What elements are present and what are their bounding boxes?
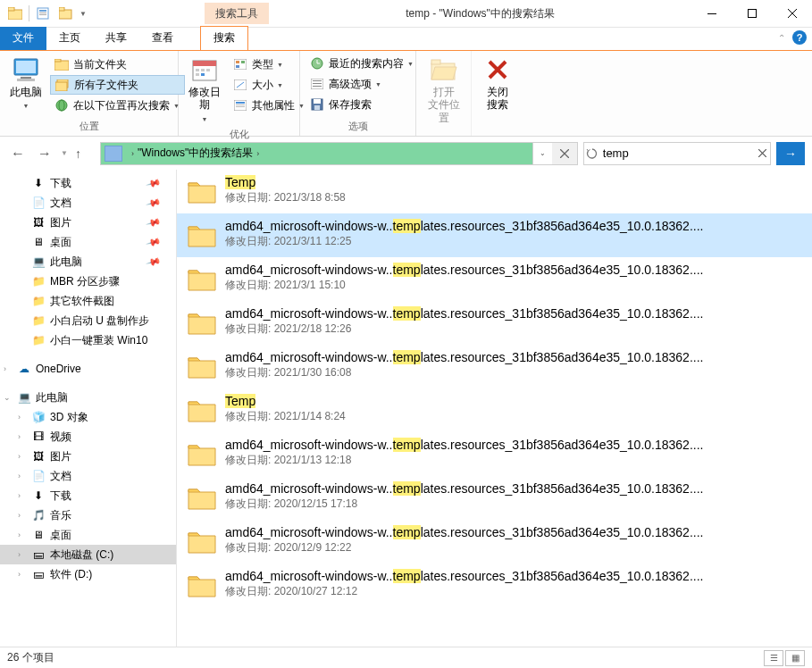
tree-documents[interactable]: 📄文档📌: [0, 193, 176, 213]
qat-customize-dropdown[interactable]: ▼: [78, 10, 88, 18]
chevron-right-icon[interactable]: ›: [18, 530, 21, 539]
view-details-button[interactable]: ☰: [764, 650, 783, 666]
svg-rect-3: [39, 10, 46, 12]
address-bar[interactable]: › "Windows"中的搜索结果 › ⌄: [100, 142, 578, 165]
close-search-button[interactable]: 关闭搜索: [475, 53, 520, 113]
tree-local-disk-c[interactable]: ›🖴本地磁盘 (C:): [0, 545, 176, 564]
tree-xiaobai-u[interactable]: 📁小白启动 U 盘制作步: [0, 311, 176, 330]
tab-view[interactable]: 查看: [139, 27, 186, 50]
search-input[interactable]: [601, 146, 755, 160]
tree-mbr[interactable]: 📁MBR 分区步骤: [0, 271, 176, 291]
search-go-button[interactable]: →: [776, 142, 805, 165]
tree-downloads2[interactable]: ›⬇下载: [0, 486, 176, 505]
result-item[interactable]: amd64_microsoft-windows-w..templates.res…: [177, 520, 812, 564]
save-search-button[interactable]: 保存搜索: [306, 95, 419, 114]
result-item[interactable]: amd64_microsoft-windows-w..templates.res…: [177, 301, 812, 345]
minimize-button[interactable]: [691, 1, 732, 27]
chevron-right-icon[interactable]: ›: [18, 491, 21, 500]
tab-file[interactable]: 文件: [0, 27, 46, 50]
chevron-right-icon[interactable]: ›: [18, 550, 21, 559]
address-dropdown-icon[interactable]: ⌄: [532, 143, 552, 164]
svg-rect-39: [313, 83, 322, 84]
qat-new-folder-icon[interactable]: [56, 4, 76, 23]
chevron-right-icon[interactable]: ›: [4, 364, 6, 373]
address-clear-button[interactable]: [552, 143, 577, 164]
help-icon[interactable]: ?: [792, 30, 807, 45]
this-pc-button[interactable]: 此电脑▼: [4, 53, 48, 113]
result-item[interactable]: amd64_microsoft-windows-w..templates.res…: [177, 432, 812, 476]
chevron-right-icon[interactable]: ›: [256, 149, 259, 158]
svg-rect-42: [314, 99, 321, 104]
svg-rect-21: [193, 61, 216, 66]
chevron-right-icon[interactable]: ›: [131, 149, 134, 158]
tree-desktop2[interactable]: ›🖥桌面: [0, 525, 176, 545]
tab-home[interactable]: 主页: [46, 27, 93, 50]
navigation-tree[interactable]: ⬇下载📌 📄文档📌 🖼图片📌 🖥桌面📌 💻此电脑📌 📁MBR 分区步骤 📁其它软…: [0, 170, 177, 647]
ribbon-body: 此电脑▼ 当前文件夹 所有子文件夹 在以下位置再次搜索 ▼ 位置: [0, 50, 812, 137]
back-button[interactable]: ←: [7, 143, 29, 164]
tree-this-pc2[interactable]: ⌄💻此电脑: [0, 388, 176, 407]
breadcrumb[interactable]: "Windows"中的搜索结果: [138, 146, 253, 161]
tree-music[interactable]: ›🎵音乐: [0, 505, 176, 525]
chevron-right-icon[interactable]: ›: [18, 413, 21, 422]
tree-documents2[interactable]: ›📄文档: [0, 466, 176, 486]
result-item[interactable]: amd64_microsoft-windows-w..templates.res…: [177, 257, 812, 301]
chevron-down-icon[interactable]: ⌄: [4, 393, 11, 402]
all-subfolders-button[interactable]: 所有子文件夹: [50, 75, 185, 95]
search-clear-icon[interactable]: [755, 149, 770, 157]
forward-button[interactable]: →: [34, 143, 55, 164]
result-meta: 修改日期: 2021/1/14 8:24: [225, 409, 801, 424]
tree-3d-objects[interactable]: ›🧊3D 对象: [0, 407, 176, 427]
recent-searches-button[interactable]: 最近的搜索内容▼: [306, 54, 419, 73]
size-button[interactable]: 大小▼: [229, 75, 310, 95]
pin-icon: 📌: [146, 214, 163, 230]
group-refine-label: 优化: [182, 126, 296, 144]
kind-button[interactable]: 类型▼: [229, 54, 310, 74]
search-box[interactable]: [583, 142, 771, 165]
tree-onedrive[interactable]: ›☁OneDrive: [0, 359, 176, 379]
results-list[interactable]: Temp修改日期: 2021/3/18 8:58amd64_microsoft-…: [177, 170, 812, 647]
search-refresh-icon[interactable]: [584, 147, 601, 160]
tree-pictures2[interactable]: ›🖼图片: [0, 447, 176, 466]
up-button[interactable]: ↑: [75, 146, 95, 161]
result-item[interactable]: amd64_microsoft-windows-w..templates.res…: [177, 213, 812, 257]
result-item[interactable]: amd64_microsoft-windows-w..templates.res…: [177, 564, 812, 607]
chevron-right-icon[interactable]: ›: [18, 452, 21, 461]
tree-this-pc[interactable]: 💻此电脑📌: [0, 252, 176, 271]
result-item[interactable]: Temp修改日期: 2021/1/14 8:24: [177, 388, 812, 432]
close-button[interactable]: [772, 1, 812, 27]
context-tools-label: 搜索工具: [205, 3, 269, 24]
app-icon[interactable]: [5, 4, 25, 23]
tree-downloads[interactable]: ⬇下载📌: [0, 173, 176, 193]
other-properties-button[interactable]: 其他属性▼: [229, 96, 310, 115]
tree-screenshots[interactable]: 📁其它软件截图: [0, 291, 176, 311]
chevron-right-icon[interactable]: ›: [18, 511, 21, 520]
list-icon: [309, 77, 325, 91]
maximize-button[interactable]: [732, 1, 772, 27]
date-modified-button[interactable]: 修改日期▼: [182, 53, 227, 126]
chevron-right-icon[interactable]: ›: [18, 472, 21, 480]
chevron-right-icon[interactable]: ›: [18, 432, 21, 441]
result-item[interactable]: amd64_microsoft-windows-w..templates.res…: [177, 476, 812, 520]
cloud-icon: ☁: [16, 362, 32, 376]
tree-xiaobai-reinstall[interactable]: 📁小白一键重装 Win10: [0, 330, 176, 350]
tree-videos[interactable]: ›🎞视频: [0, 427, 176, 447]
current-folder-button[interactable]: 当前文件夹: [50, 54, 185, 74]
view-icons-button[interactable]: ▦: [785, 650, 805, 666]
tree-pictures[interactable]: 🖼图片📌: [0, 213, 176, 232]
chevron-right-icon[interactable]: ›: [18, 570, 21, 579]
collapse-ribbon-icon[interactable]: ⌃: [778, 33, 785, 43]
tree-software-d[interactable]: ›🖴软件 (D:): [0, 564, 176, 584]
folder-icon: 📁: [30, 274, 46, 288]
qat-properties-icon[interactable]: [33, 4, 53, 23]
tree-desktop[interactable]: 🖥桌面📌: [0, 232, 176, 252]
history-dropdown[interactable]: ▼: [61, 149, 70, 157]
result-item[interactable]: amd64_microsoft-windows-w..templates.res…: [177, 345, 812, 388]
result-meta: 修改日期: 2021/3/18 8:58: [225, 190, 801, 205]
svg-rect-14: [54, 61, 69, 71]
advanced-options-button[interactable]: 高级选项▼: [306, 74, 419, 94]
tab-search[interactable]: 搜索: [200, 26, 248, 51]
tab-share[interactable]: 共享: [93, 27, 139, 50]
result-item[interactable]: Temp修改日期: 2021/3/18 8:58: [177, 170, 812, 213]
search-again-in-button[interactable]: 在以下位置再次搜索 ▼: [50, 96, 185, 115]
